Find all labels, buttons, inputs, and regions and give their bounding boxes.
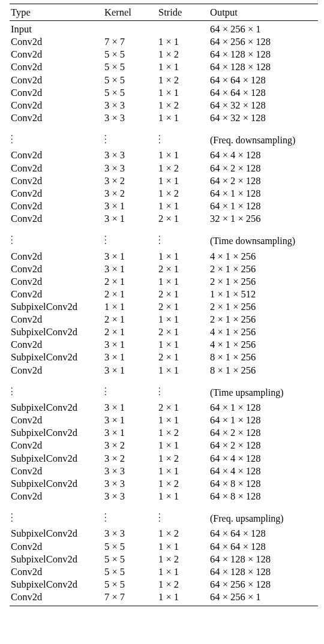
td-stride: 2 × 1 [158,212,210,225]
table-row: SubpixelConv2d3 × 12 × 164 × 1 × 128 [10,401,318,414]
td-stride: 1 × 1 [158,465,210,477]
td-type: Conv2d [10,35,104,48]
table-row: Conv2d5 × 51 × 164 × 128 × 128 [10,565,318,578]
td-output: 32 × 1 × 256 [210,212,318,225]
td-stride: 1 × 2 [158,527,210,540]
td-stride: 1 × 2 [158,553,210,565]
td-kernel: 5 × 5 [104,61,158,73]
td-output: 4 × 1 × 256 [210,338,318,351]
th-stride: Stride [158,6,210,19]
annotation: (Freq. downsampling) [210,131,318,146]
td-output: 64 × 4 × 128 [210,149,318,161]
td-stride: 1 × 1 [158,338,210,351]
td-output: 64 × 128 × 128 [210,565,318,578]
table-row: Input64 × 256 × 1 [10,23,318,35]
td-type: Conv2d [10,591,104,603]
td-output: 64 × 4 × 128 [210,452,318,465]
td-kernel: 5 × 5 [104,86,158,99]
table-row: Conv2d7 × 71 × 164 × 256 × 1 [10,591,318,603]
td-type: Conv2d [10,490,104,502]
td-kernel: 3 × 1 [104,200,158,212]
table-row: Conv2d5 × 51 × 264 × 64 × 128 [10,74,318,86]
table-block: Input64 × 256 × 1Conv2d7 × 71 × 164 × 25… [10,21,318,125]
td-output: 64 × 1 × 128 [210,200,318,212]
td-stride: 1 × 2 [158,162,210,174]
vdots-icon: ... [104,383,107,395]
td-output: 2 × 1 × 256 [210,275,318,288]
td-output: 64 × 1 × 128 [210,401,318,414]
table-row: Conv2d5 × 51 × 164 × 64 × 128 [10,540,318,553]
td-output: 64 × 128 × 128 [210,48,318,61]
th-kernel: Kernel [104,6,158,19]
td-stride: 1 × 1 [158,591,210,603]
td-type: Conv2d [10,74,104,86]
table-row: Conv2d3 × 31 × 164 × 32 × 128 [10,112,318,124]
td-kernel: 2 × 1 [104,313,158,326]
td-kernel: 5 × 5 [104,74,158,86]
td-type: SubpixelConv2d [10,426,104,439]
td-output: 64 × 8 × 128 [210,477,318,490]
vdots-icon: ... [158,509,161,521]
table-cell: ... [158,231,210,247]
td-stride: 1 × 2 [158,99,210,112]
td-kernel [104,23,158,35]
td-stride: 1 × 1 [158,275,210,288]
table-header: Type Kernel Stride Output [10,5,318,20]
td-stride: 1 × 1 [158,439,210,452]
table-row: SubpixelConv2d3 × 21 × 264 × 4 × 128 [10,452,318,465]
td-stride: 1 × 1 [158,61,210,73]
td-kernel: 3 × 1 [104,351,158,363]
table-row: Conv2d2 × 11 × 12 × 1 × 256 [10,275,318,288]
td-kernel: 3 × 3 [104,149,158,161]
table-body: Input64 × 256 × 1Conv2d7 × 71 × 164 × 25… [10,21,318,604]
table-row: SubpixelConv2d3 × 12 × 18 × 1 × 256 [10,351,318,363]
table-row: SubpixelConv2d3 × 31 × 264 × 64 × 128 [10,527,318,540]
rule-bot [10,606,318,606]
td-stride: 2 × 1 [158,300,210,313]
rule-top [10,4,318,4]
td-type: SubpixelConv2d [10,401,104,414]
vdots-icon: ... [158,383,161,395]
table-row: Conv2d2 × 12 × 11 × 1 × 512 [10,288,318,300]
table-dots-row: .........(Freq. downsampling) [10,127,318,149]
td-kernel: 5 × 5 [104,553,158,565]
vdots-icon: ... [11,509,13,521]
table-row: Conv2d2 × 11 × 12 × 1 × 256 [10,313,318,326]
td-type: Conv2d [10,162,104,174]
table-cell: ... [158,509,210,525]
td-kernel: 7 × 7 [104,591,158,603]
td-stride: 1 × 2 [158,452,210,465]
td-kernel: 3 × 1 [104,364,158,377]
td-type: Conv2d [10,313,104,326]
td-output: 64 × 64 × 128 [210,540,318,553]
td-kernel: 3 × 1 [104,250,158,263]
vdots-icon: ... [11,231,13,243]
table-row: SubpixelConv2d5 × 51 × 264 × 128 × 128 [10,553,318,565]
td-stride: 1 × 1 [158,250,210,263]
td-kernel: 2 × 1 [104,275,158,288]
table-cell: ... [10,131,104,146]
table-row: Conv2d3 × 31 × 264 × 2 × 128 [10,162,318,174]
td-output: 64 × 1 × 128 [210,414,318,426]
table-row: Conv2d3 × 21 × 164 × 2 × 128 [10,439,318,452]
td-type: Conv2d [10,364,104,377]
td-output: 64 × 64 × 128 [210,86,318,99]
td-output: 64 × 64 × 128 [210,527,318,540]
td-kernel: 1 × 1 [104,300,158,313]
td-type: Conv2d [10,439,104,452]
table-dots-row: .........(Freq. upsampling) [10,505,318,527]
table-cell: ... [10,383,104,399]
td-stride: 1 × 2 [158,74,210,86]
vdots-icon: ... [158,231,161,243]
td-kernel: 5 × 5 [104,48,158,61]
td-type: Conv2d [10,200,104,212]
table-row: SubpixelConv2d5 × 51 × 264 × 256 × 128 [10,578,318,591]
table-row: Conv2d5 × 51 × 164 × 64 × 128 [10,86,318,99]
td-type: SubpixelConv2d [10,452,104,465]
td-type: SubpixelConv2d [10,351,104,363]
td-kernel: 3 × 3 [104,477,158,490]
td-stride: 1 × 1 [158,35,210,48]
table-row: Conv2d3 × 31 × 264 × 32 × 128 [10,99,318,112]
td-type: SubpixelConv2d [10,578,104,591]
td-output: 2 × 1 × 256 [210,263,318,275]
